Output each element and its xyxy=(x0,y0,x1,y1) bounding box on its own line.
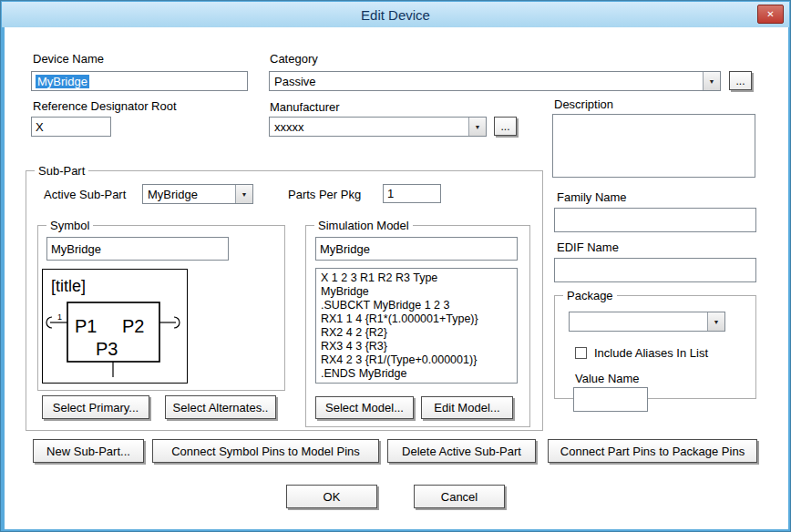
simulation-model-name-field[interactable]: MyBridge xyxy=(315,237,518,261)
manufacturer-select[interactable]: xxxxx xyxy=(269,117,487,137)
cancel-button[interactable]: Cancel xyxy=(414,485,505,508)
simulation-model-group-label: Simulation Model xyxy=(314,219,413,232)
select-primary-button[interactable]: Select Primary... xyxy=(42,395,149,419)
delete-active-subpart-button[interactable]: Delete Active Sub-Part xyxy=(387,439,536,463)
value-name-input[interactable] xyxy=(573,387,648,412)
chevron-down-icon[interactable] xyxy=(235,185,252,203)
package-group-label: Package xyxy=(563,289,617,302)
edit-model-button[interactable]: Edit Model... xyxy=(421,396,513,419)
left-pin-number: 1 xyxy=(57,312,62,322)
category-select[interactable]: Passive xyxy=(269,71,721,91)
category-value: Passive xyxy=(270,72,703,90)
chevron-down-icon[interactable] xyxy=(707,312,724,331)
reference-designator-root-input[interactable]: X xyxy=(31,117,111,137)
symbol-name-field[interactable]: MyBridge xyxy=(46,237,229,261)
include-aliases-checkbox[interactable] xyxy=(575,347,587,359)
symbol-group-label: Symbol xyxy=(46,219,93,232)
category-browse-button[interactable]: ... xyxy=(729,71,752,90)
edit-device-dialog: Edit Device ✕ Device Name MyBridge Categ… xyxy=(0,0,791,532)
package-value xyxy=(570,312,707,331)
chevron-down-icon[interactable] xyxy=(703,72,720,90)
connect-part-pins-button[interactable]: Connect Part Pins to Package Pins xyxy=(548,439,757,463)
active-subpart-select[interactable]: MyBridge xyxy=(142,184,253,204)
manufacturer-value: xxxxx xyxy=(270,118,468,136)
reference-designator-root-label: Reference Designator Root xyxy=(33,99,177,113)
subpart-group-label: Sub-Part xyxy=(35,164,88,178)
simulation-model-text[interactable]: X 1 2 3 R1 R2 R3 Type MyBridge .SUBCKT M… xyxy=(315,268,518,384)
edif-name-input[interactable] xyxy=(554,258,756,282)
symbol-preview: [title] P1 P2 P3 1 xyxy=(42,269,188,384)
pin-p3-text: P3 xyxy=(96,339,118,359)
edif-name-label: EDIF Name xyxy=(557,240,619,254)
dialog-body: Device Name MyBridge Category Passive ..… xyxy=(5,27,788,529)
symbol-preview-drawing: [title] P1 P2 P3 1 xyxy=(43,270,187,383)
pin-p2-text: P2 xyxy=(122,316,144,336)
ok-button[interactable]: OK xyxy=(286,485,377,508)
new-subpart-button[interactable]: New Sub-Part... xyxy=(33,439,144,463)
close-button[interactable]: ✕ xyxy=(757,5,784,24)
manufacturer-label: Manufacturer xyxy=(270,100,340,114)
active-subpart-value: MyBridge xyxy=(143,185,235,203)
device-name-input[interactable]: MyBridge xyxy=(31,71,248,91)
title-bar[interactable]: Edit Device xyxy=(2,2,789,27)
category-label: Category xyxy=(270,52,318,66)
description-label: Description xyxy=(554,97,613,111)
chevron-down-icon[interactable] xyxy=(468,118,486,136)
window-title: Edit Device xyxy=(361,7,430,23)
device-name-value: MyBridge xyxy=(36,75,89,88)
include-aliases-label: Include Aliases In List xyxy=(594,346,708,360)
package-select[interactable] xyxy=(569,312,725,332)
family-name-label: Family Name xyxy=(557,190,627,204)
family-name-input[interactable] xyxy=(554,208,756,232)
device-name-label: Device Name xyxy=(33,52,104,66)
symbol-title-text: [title] xyxy=(51,277,86,295)
parts-per-pkg-label: Parts Per Pkg xyxy=(288,188,361,201)
description-input[interactable] xyxy=(552,114,755,178)
select-alternates-button[interactable]: Select Alternates.. xyxy=(165,395,276,419)
parts-per-pkg-input[interactable]: 1 xyxy=(383,184,441,203)
manufacturer-browse-button[interactable]: ... xyxy=(494,117,517,136)
close-icon: ✕ xyxy=(766,9,774,19)
select-model-button[interactable]: Select Model... xyxy=(315,396,414,419)
pin-p1-text: P1 xyxy=(75,316,97,336)
connect-symbol-pins-button[interactable]: Connect Symbol Pins to Model Pins xyxy=(152,439,379,463)
value-name-label: Value Name xyxy=(575,372,640,385)
active-subpart-label: Active Sub-Part xyxy=(44,188,126,201)
